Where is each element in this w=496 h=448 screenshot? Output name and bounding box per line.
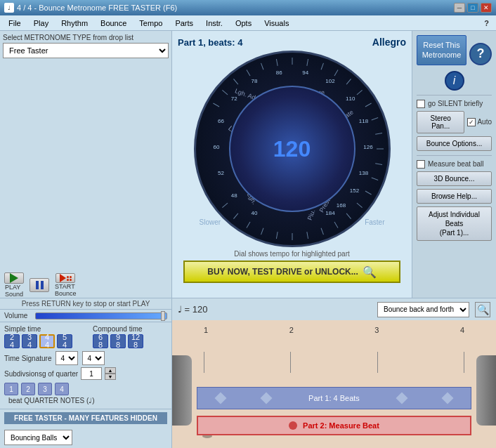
start-triangle-icon [60, 274, 66, 282]
svg-line-19 [356, 203, 362, 207]
svg-line-18 [365, 191, 371, 195]
menu-rhythm[interactable]: Rhythm [56, 18, 93, 29]
measure-beat-row: Measure beat ball [417, 160, 492, 169]
silent-checkbox-row: go SILENT briefly [417, 100, 492, 108]
stereo-pan-row: Stereo Pan... ✓ Auto [417, 111, 492, 133]
time-signature-area: Simple time 24 34 44 54 Compound time 68… [0, 322, 171, 409]
pause-bars-icon [36, 281, 44, 289]
3d-bounce-button[interactable]: 3D Bounce... [417, 171, 492, 186]
buy-now-button[interactable]: BUY NOW, TEST DRIVE or UNLOCK... 🔍 [183, 261, 400, 283]
compound-time-btn-9-8[interactable]: 98 [110, 334, 126, 348]
svg-line-29 [222, 203, 228, 207]
titlebar-controls: ─ □ ✕ [454, 3, 492, 13]
dropdown-label: Select METRONOME TYPE from drop list [3, 34, 169, 41]
pause-icon [30, 278, 49, 292]
pause-button[interactable] [30, 275, 49, 295]
stereo-pan-button[interactable]: Stereo Pan... [417, 111, 464, 133]
subdivisions-label: Subdivsionsg of quarter [4, 370, 78, 378]
metronome-type-area: Select METRONOME TYPE from drop list Fre… [0, 31, 171, 272]
simple-time-label: Simple time [4, 325, 79, 333]
auto-checkbox[interactable]: ✓ [467, 118, 476, 126]
svg-line-26 [261, 228, 263, 235]
close-button[interactable]: ✕ [481, 3, 492, 13]
search-icon: 🔍 [363, 265, 377, 279]
svg-text:152: 152 [349, 187, 359, 194]
left-bumper [172, 355, 192, 426]
svg-text:52: 52 [218, 170, 224, 176]
help-button[interactable]: ? [469, 43, 492, 65]
svg-line-23 [306, 232, 308, 239]
menu-bounce[interactable]: Bounce [95, 18, 132, 29]
balls-type-select[interactable]: Bouncing Balls [4, 430, 72, 445]
svg-line-7 [306, 59, 308, 66]
menu-tempo[interactable]: Tempo [133, 18, 168, 29]
bounce-type-select[interactable]: Bounce back and forth Bounce one way [377, 302, 469, 317]
main-area: Select METRONOME TYPE from drop list Fre… [0, 31, 496, 448]
volume-thumb [161, 311, 165, 321]
beat-3-button[interactable]: 3 [38, 383, 52, 395]
simple-time-btn-2-4[interactable]: 24 [4, 334, 20, 348]
minimize-button[interactable]: ─ [454, 3, 465, 13]
menu-visuals[interactable]: Visuals [259, 18, 294, 29]
part2-bar: Part 2: Measure Beat [197, 416, 471, 435]
silent-checkbox[interactable] [417, 100, 425, 108]
simple-time-btn-5-4[interactable]: 54 [57, 334, 72, 348]
menu-instr[interactable]: Instr. [200, 18, 228, 29]
browse-help-button[interactable]: Browse Help... [417, 189, 492, 204]
search-button[interactable]: 🔍 [475, 302, 490, 317]
svg-text:Piu.: Piu. [306, 209, 316, 221]
svg-text:118: 118 [358, 118, 368, 124]
time-sig-top-select[interactable]: 4 [56, 351, 78, 365]
svg-line-3 [247, 70, 250, 76]
info-button[interactable]: i [445, 71, 464, 91]
time-sig-bottom-select[interactable]: 4 [82, 351, 105, 365]
svg-line-5 [276, 59, 278, 66]
tempo-dial[interactable]: 40 48 52 60 66 72 78 86 94 102 110 118 [194, 51, 391, 247]
bounce-options-button[interactable]: Bounce Options... [417, 136, 492, 151]
buy-btn-label: BUY NOW, TEST DRIVE or UNLOCK... [207, 267, 358, 277]
svg-text:168: 168 [336, 202, 346, 209]
auto-label: Auto [477, 118, 492, 126]
adjust-beats-button[interactable]: Adjust Individual Beats (Part 1)... [417, 206, 492, 241]
dial-header: Part 1, beats: 4 Allegro [178, 37, 406, 48]
play-button[interactable]: PLAYSound [4, 275, 24, 295]
beat-1-button[interactable]: 1 [4, 383, 18, 395]
compound-time-btn-12-8[interactable]: 128 [128, 334, 143, 348]
start-bounce-button[interactable]: STARTBounce [55, 275, 77, 295]
svg-text:48: 48 [230, 192, 237, 199]
subdivisions-input[interactable] [81, 367, 102, 380]
measure-beat-label: Measure beat ball [428, 160, 484, 168]
tempo-name: Allegro [372, 37, 406, 48]
simple-time-btn-4-4[interactable]: 44 [39, 334, 55, 348]
compound-time-btn-6-8[interactable]: 68 [93, 334, 108, 348]
menu-play[interactable]: Play [28, 18, 54, 29]
menu-file[interactable]: File [3, 18, 27, 29]
svg-line-22 [321, 228, 323, 235]
svg-line-27 [247, 222, 250, 228]
reset-metronome-button[interactable]: Reset This Metronome [417, 35, 466, 65]
dial-info-label: Dial shows tempo for highlighted part [178, 250, 406, 258]
free-taster-banner: FREE TASTER - MANY FEATURES HIDDEN [4, 412, 167, 424]
titlebar-left: ♩ 4 / 4 - Bounce Metronome FREE TASTER (… [4, 3, 177, 13]
slower-label: Slower [200, 218, 221, 226]
part-info: Part 1, beats: 4 [178, 37, 243, 48]
svg-text:126: 126 [363, 144, 373, 150]
subdivisions-down-button[interactable]: ▼ [105, 374, 116, 380]
menu-opts[interactable]: Opts [230, 18, 257, 29]
svg-text:86: 86 [275, 70, 282, 76]
time-sig-dropdown-row: Time Signature 4 4 [4, 351, 167, 365]
subdivisions-up-button[interactable]: ▲ [105, 367, 116, 374]
tick-3 [377, 352, 378, 373]
svg-line-9 [334, 70, 338, 76]
beat-2-button[interactable]: 2 [21, 383, 35, 395]
beat-tick-lines [204, 352, 464, 373]
volume-slider[interactable] [35, 312, 167, 319]
menu-help[interactable]: ? [480, 18, 493, 29]
measure-beat-checkbox[interactable] [417, 160, 425, 169]
metronome-type-select[interactable]: Free Taster [3, 43, 169, 58]
simple-time-btn-3-4[interactable]: 34 [22, 334, 37, 348]
beat-4-button[interactable]: 4 [55, 383, 69, 395]
right-sidebar: Reset This Metronome ? i go SILENT brief… [412, 31, 496, 298]
menu-parts[interactable]: Parts [169, 18, 199, 29]
maximize-button[interactable]: □ [467, 3, 478, 13]
